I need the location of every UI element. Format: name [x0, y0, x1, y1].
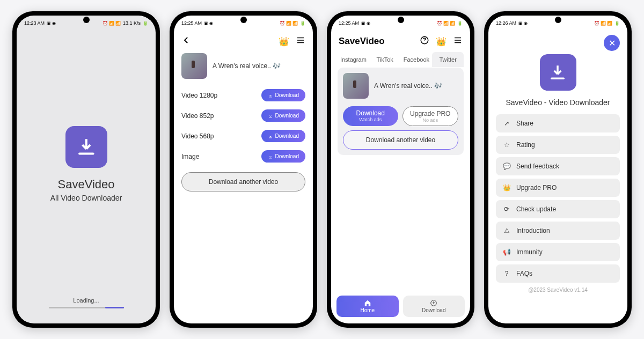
menu-button[interactable]: [453, 35, 463, 47]
app-logo: [540, 54, 576, 91]
video-thumbnail: [181, 53, 207, 79]
clock: 12:23 AM: [24, 20, 45, 26]
net-speed: 13.1 K/s: [123, 20, 141, 26]
menu-faqs[interactable]: ?FAQs: [496, 264, 620, 283]
menu-immunity[interactable]: 📢Immunity: [496, 243, 620, 261]
phone-menu: 12:26 AM▣ ◉ ⏰ 📶 📶🔋 ✕ SaveVideo - Video D…: [484, 11, 632, 328]
megaphone-icon: 📢: [502, 248, 511, 256]
feedback-icon: 💬: [502, 163, 511, 170]
svg-rect-0: [269, 97, 272, 97]
quality-label: Video 568p: [181, 132, 214, 140]
quality-label: Video 1280p: [181, 92, 217, 99]
tab-tiktok[interactable]: TikTok: [369, 52, 401, 67]
upgrade-pro-button[interactable]: Upgrade PRO No ads: [402, 106, 459, 126]
menu-button[interactable]: [296, 35, 305, 47]
tab-twitter[interactable]: Twitter: [432, 52, 464, 67]
star-icon: ☆: [502, 141, 511, 149]
download-another-button[interactable]: Download another video: [181, 172, 305, 191]
download-another-button[interactable]: Download another video: [343, 130, 458, 150]
phone-quality-list: 12:25 AM▣ ◉ ⏰ 📶 📶🔋 👑 A Wren's real voice…: [170, 11, 317, 328]
splash-subtitle: All Video Downloader: [50, 194, 122, 202]
camera-notch: [83, 17, 90, 23]
video-card: A Wren's real voice.. 🎶 Download Watch a…: [338, 68, 464, 155]
quality-row: Video 568p Download: [181, 126, 305, 146]
menu-share[interactable]: ↗Share: [496, 114, 620, 132]
app-logo: [65, 126, 107, 168]
clock: 12:25 AM: [339, 20, 359, 26]
bottom-nav: Home Download: [331, 291, 470, 323]
source-tabs: Instagram TikTok Facebook Twitter: [338, 52, 464, 68]
menu-upgrade-pro[interactable]: 👑Upgrade PRO: [496, 179, 620, 197]
quality-label: Image: [181, 153, 199, 160]
download-button[interactable]: Download: [261, 150, 305, 163]
video-title: A Wren's real voice.. 🎶: [374, 82, 442, 90]
svg-rect-1: [269, 117, 272, 117]
camera-notch: [398, 17, 404, 23]
help-button[interactable]: [420, 35, 429, 47]
nav-home[interactable]: Home: [336, 296, 399, 317]
video-thumbnail: [343, 73, 369, 99]
app-title: SaveVideo: [339, 36, 385, 47]
loading-text: Loading...: [17, 297, 156, 304]
menu-introduction[interactable]: ⚠Introduction: [496, 222, 620, 240]
svg-rect-2: [269, 137, 272, 138]
download-button[interactable]: Download: [261, 109, 305, 122]
download-button[interactable]: Download: [261, 130, 305, 142]
clock: 12:26 AM: [496, 20, 516, 26]
quality-row: Video 1280p Download: [181, 85, 305, 106]
warning-icon: ⚠: [502, 227, 511, 234]
footer-version: @2023 SaveVideo v1.14: [488, 285, 627, 298]
update-icon: ⟳: [502, 205, 511, 213]
quality-label: Video 852p: [181, 112, 214, 120]
nav-download[interactable]: Download: [403, 296, 465, 317]
menu-check-update[interactable]: ⟳Check update: [496, 200, 620, 218]
phone-home: 12:25 AM▣ ◉ ⏰ 📶 📶🔋 SaveVideo 👑 Instagram…: [327, 11, 474, 328]
close-button[interactable]: ✕: [604, 35, 620, 51]
quality-row: Image Download: [181, 146, 305, 167]
share-icon: ↗: [502, 120, 511, 127]
menu-list: ↗Share ☆Rating 💬Send feedback 👑Upgrade P…: [488, 112, 627, 285]
download-ads-button[interactable]: Download Watch ads: [343, 106, 398, 126]
video-title: A Wren's real voice.. 🎶: [213, 62, 281, 70]
back-button[interactable]: [181, 35, 191, 47]
help-icon: ?: [502, 270, 511, 277]
camera-notch: [240, 17, 247, 23]
menu-feedback[interactable]: 💬Send feedback: [496, 157, 620, 175]
crown-icon: 👑: [502, 184, 511, 191]
menu-rating[interactable]: ☆Rating: [496, 136, 620, 154]
clock: 12:25 AM: [181, 20, 202, 26]
crown-icon[interactable]: 👑: [436, 36, 447, 47]
menu-title: SaveVideo - Video Downloader: [506, 98, 610, 107]
phone-splash: 12:23 AM▣ ◉ ⏰ 📶 📶13.1 K/s🔋 SaveVideo All…: [12, 11, 160, 328]
tab-instagram[interactable]: Instagram: [338, 52, 369, 67]
splash-title: SaveVideo: [57, 178, 114, 191]
quality-row: Video 852p Download: [181, 106, 305, 126]
svg-rect-3: [269, 158, 272, 158]
crown-icon[interactable]: 👑: [279, 36, 289, 47]
download-button[interactable]: Download: [261, 89, 305, 101]
tab-facebook[interactable]: Facebook: [401, 52, 433, 67]
camera-notch: [555, 17, 561, 23]
loading-progress: [49, 307, 124, 308]
